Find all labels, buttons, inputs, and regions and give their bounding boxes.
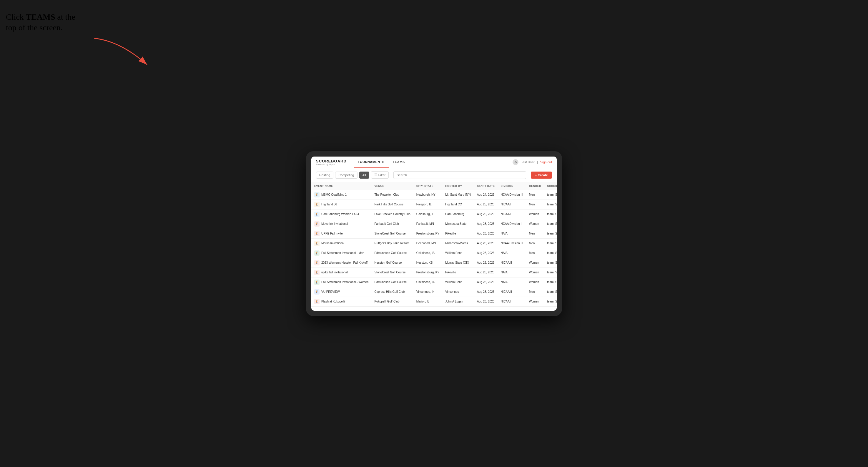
cell-hosted-by: Minnesota State <box>442 219 474 229</box>
event-name-text: 2023 Women's Hesston Fall Kickoff <box>321 261 368 264</box>
event-icon: 🏌 <box>314 212 319 217</box>
cell-event-name: 🏌 VU PREVIEW <box>311 287 371 297</box>
table-row: 🏌 Klash at Kokopelli Kokopelli Golf Club… <box>311 297 557 306</box>
tablet-screen: SCOREBOARD Powered by clippit TOURNAMENT… <box>311 157 557 311</box>
logo-area: SCOREBOARD Powered by clippit <box>316 159 347 165</box>
cell-gender: Men <box>526 190 544 199</box>
cell-event-name: 🏌 Klash at Kokopelli <box>311 297 371 306</box>
event-name-text: MSMC Qualifying 1 <box>321 193 347 196</box>
cell-hosted-by: Carl Sandburg <box>442 209 474 219</box>
cell-start-date: Aug 28, 2023 <box>474 248 498 258</box>
cell-hosted-by: William Penn <box>442 248 474 258</box>
cell-hosted-by: Pikeville <box>442 229 474 238</box>
logo-title: SCOREBOARD <box>316 159 347 163</box>
toolbar: Hosting Competing All ☰ Filter + Create <box>311 168 557 182</box>
event-icon: 🏌 <box>314 250 319 256</box>
cell-hosted-by: Highland CC <box>442 199 474 209</box>
cell-city-state: Oskaloosa, IA <box>413 277 442 287</box>
event-name-text: Morris Invitational <box>321 242 344 245</box>
cell-start-date: Aug 28, 2023 <box>474 229 498 238</box>
cell-hosted-by: Pikeville <box>442 268 474 277</box>
event-name-text: Klash at Kokopelli <box>321 300 345 303</box>
cell-division: NCAA Division III <box>498 190 526 199</box>
table-row: 🏌 Carl Sandburg Women FA23 Lake Bracken … <box>311 209 557 219</box>
cell-scoring: team, Stroke Play <box>544 229 557 238</box>
table-row: 🏌 Fall Statesmen Invitational - Women Ed… <box>311 277 557 287</box>
table-row: 🏌 Fall Statesmen Invitational - Men Edmu… <box>311 248 557 258</box>
cell-start-date: Aug 26, 2023 <box>474 209 498 219</box>
header: SCOREBOARD Powered by clippit TOURNAMENT… <box>311 157 557 168</box>
cell-city-state: Galesburg, IL <box>413 209 442 219</box>
table-row: 🏌 Highland 36 Park Hills Golf Course Fre… <box>311 199 557 209</box>
cell-event-name: 🏌 Maverick Invitational <box>311 219 371 229</box>
cell-venue: Ruttger's Bay Lake Resort <box>371 238 413 248</box>
cell-scoring: team, Stroke Play <box>544 268 557 277</box>
event-icon: 🏌 <box>314 299 319 304</box>
cell-city-state: Deerwood, MN <box>413 238 442 248</box>
event-name-text: upike fall invitational <box>321 271 348 274</box>
event-icon: 🏌 <box>314 241 319 246</box>
tablet-frame: SCOREBOARD Powered by clippit TOURNAMENT… <box>306 151 562 316</box>
hosting-filter-button[interactable]: Hosting <box>316 172 333 179</box>
table-row: 🏌 Morris Invitational Ruttger's Bay Lake… <box>311 238 557 248</box>
filter-options-button[interactable]: ☰ Filter <box>371 171 389 179</box>
table-header: EVENT NAME VENUE CITY, STATE HOSTED BY S… <box>311 182 557 190</box>
cell-city-state: Hesston, KS <box>413 258 442 268</box>
cell-city-state: Freeport, IL <box>413 199 442 209</box>
col-event-name: EVENT NAME <box>311 182 371 190</box>
cell-venue: Faribault Golf Club <box>371 219 413 229</box>
cell-gender: Men <box>526 238 544 248</box>
cell-event-name: 🏌 Carl Sandburg Women FA23 <box>311 209 371 219</box>
cell-scoring: team, Stroke Play <box>544 190 557 199</box>
nav-teams[interactable]: TEAMS <box>389 157 409 168</box>
cell-event-name: 🏌 Highland 36 <box>311 199 371 209</box>
cell-scoring: team, Stroke Play <box>544 238 557 248</box>
event-name-text: Highland 36 <box>321 203 337 206</box>
event-icon: 🏌 <box>314 289 319 294</box>
cell-division: NAIA <box>498 229 526 238</box>
cell-gender: Women <box>526 277 544 287</box>
cell-hosted-by: Mt. Saint Mary (NY) <box>442 190 474 199</box>
col-city-state: CITY, STATE <box>413 182 442 190</box>
table-row: 🏌 MSMC Qualifying 1 The Powelton Club Ne… <box>311 190 557 199</box>
cell-start-date: Aug 28, 2023 <box>474 287 498 297</box>
event-icon: 🏌 <box>314 231 319 236</box>
cell-venue: Edmundson Golf Course <box>371 277 413 287</box>
search-input[interactable] <box>393 171 526 179</box>
cell-gender: Women <box>526 219 544 229</box>
cell-gender: Men <box>526 199 544 209</box>
cell-start-date: Aug 24, 2023 <box>474 190 498 199</box>
cell-scoring: team, Stroke Play <box>544 277 557 287</box>
cell-gender: Women <box>526 268 544 277</box>
cell-hosted-by: Minnesota-Morris <box>442 238 474 248</box>
cell-start-date: Aug 28, 2023 <box>474 277 498 287</box>
event-name-text: Carl Sandburg Women FA23 <box>321 213 359 216</box>
search-box <box>393 171 526 179</box>
table-row: 🏌 upike fall invitational StoneCrest Gol… <box>311 268 557 277</box>
cell-hosted-by: Murray State (OK) <box>442 258 474 268</box>
table-row: 🏌 UPKE Fall Invite StoneCrest Golf Cours… <box>311 229 557 238</box>
cell-scoring: team, Stroke Play <box>544 258 557 268</box>
cell-start-date: Aug 28, 2023 <box>474 219 498 229</box>
logo-subtitle: Powered by clippit <box>316 163 347 165</box>
sign-out-link[interactable]: Sign out <box>540 160 552 164</box>
competing-filter-button[interactable]: Competing <box>335 172 357 179</box>
all-filter-button[interactable]: All <box>359 172 369 179</box>
nav-tournaments[interactable]: TOURNAMENTS <box>354 157 389 168</box>
col-gender: GENDER <box>526 182 544 190</box>
cell-city-state: Vincennes, IN <box>413 287 442 297</box>
settings-icon[interactable]: ⚙ <box>513 159 519 165</box>
cell-start-date: Aug 28, 2023 <box>474 268 498 277</box>
cell-event-name: 🏌 UPKE Fall Invite <box>311 229 371 238</box>
cell-start-date: Aug 28, 2023 <box>474 297 498 306</box>
filter-icon: ☰ <box>374 173 377 177</box>
cell-division: NICAA I <box>498 209 526 219</box>
cell-start-date: Aug 28, 2023 <box>474 238 498 248</box>
main-nav: TOURNAMENTS TEAMS <box>354 157 513 168</box>
create-button[interactable]: + Create <box>531 172 552 179</box>
cell-hosted-by: William Penn <box>442 277 474 287</box>
col-hosted-by: HOSTED BY <box>442 182 474 190</box>
cell-event-name: 🏌 Morris Invitational <box>311 238 371 248</box>
event-icon: 🏌 <box>314 192 319 197</box>
table-row: 🏌 2023 Women's Hesston Fall Kickoff Hess… <box>311 258 557 268</box>
